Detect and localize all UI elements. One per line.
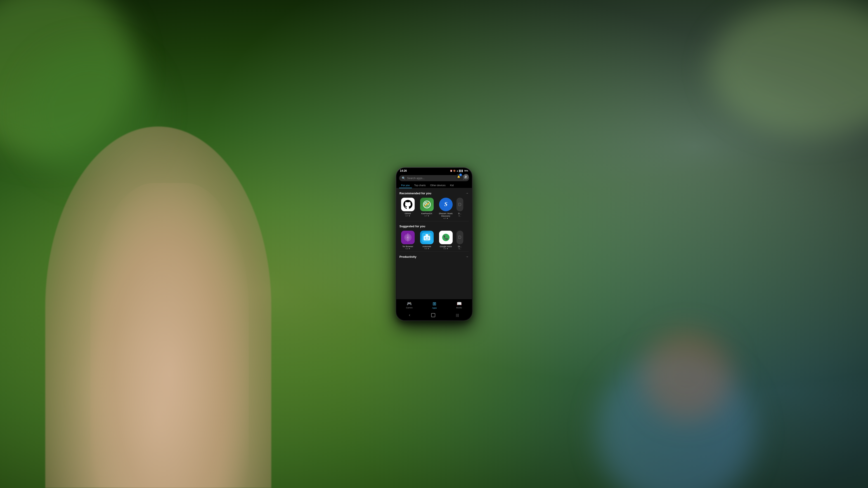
battery-level: 75% (464, 170, 468, 172)
app-item-partial-1[interactable]: D D... 4... (457, 198, 463, 219)
github-icon-wrap (401, 198, 415, 211)
mute-icon: 🔕 (453, 170, 456, 172)
recommended-app-row: GitHub 4.7 ★ (400, 198, 469, 219)
automate-rating: 4.5 ★ (424, 248, 429, 250)
github-icon (401, 198, 415, 211)
notification-badge: 1 (459, 173, 462, 176)
tab-other-devices[interactable]: Other devices (428, 183, 448, 188)
books-icon: 📖 (457, 301, 462, 306)
search-bar: 🔍 Search apps... 🎤 🔔 1 R (396, 173, 472, 183)
games-label: Games (406, 306, 413, 309)
automate-name: Automate (422, 246, 431, 248)
tabs-bar: For you Top charts Other devices Kid (396, 183, 472, 188)
gvoice-icon-wrap: 📞 (439, 231, 453, 244)
wifi-icon: ▲ (456, 170, 458, 172)
bottom-nav: 🎮 Games ⊞ Apps 📖 Books (396, 299, 472, 311)
partial-rating-2: 3... (459, 248, 461, 250)
back-button[interactable]: ‹ (404, 312, 415, 318)
tab-kid[interactable]: Kid (448, 183, 456, 188)
status-icons: ⏰ 🔕 ▲ ▌▌▌ 75% (450, 170, 468, 172)
gvoice-rating: 4.3 ★ (443, 248, 448, 250)
section-recommended: Recommended for you → (396, 188, 472, 221)
screen: 14:26 ⏰ 🔕 ▲ ▌▌▌ 75% 🔍 Search apps... 🎤 (396, 168, 472, 320)
search-icon: 🔍 (402, 176, 405, 180)
svg-point-21 (428, 237, 429, 238)
status-time: 14:26 (400, 169, 407, 172)
tor-rating: 4.3 ★ (405, 248, 410, 250)
shazam-icon: S (439, 198, 453, 211)
partial-name-1: D... (458, 213, 461, 215)
keepassdx-icon-wrap (420, 198, 434, 211)
bokeh-5 (642, 330, 732, 420)
svg-text:S: S (444, 201, 447, 207)
nav-games[interactable]: 🎮 Games (406, 301, 413, 309)
section-header-recommended: Recommended for you → (400, 191, 469, 195)
svg-rect-22 (425, 239, 429, 240)
app-item-gvoice[interactable]: 📞 Google Voice 4.3 ★ (437, 231, 454, 250)
nav-books[interactable]: 📖 Books (456, 301, 462, 309)
apps-icon: ⊞ (433, 301, 436, 306)
automate-icon-wrap (420, 231, 434, 244)
partial-icon-2: D (457, 231, 463, 244)
books-label: Books (456, 306, 462, 309)
partial-rating-1: 4... (459, 215, 461, 217)
section-title-recommended: Recommended for you (400, 192, 431, 195)
section-suggested: Suggested for you (396, 221, 472, 252)
app-item-automate[interactable]: Automate 4.5 ★ (418, 231, 435, 250)
app-item-keepassdx[interactable]: KeePassDX 4.7 ★ (418, 198, 435, 219)
section-header-suggested: Suggested for you (400, 225, 469, 228)
phone-outer: 14:26 ⏰ 🔕 ▲ ▌▌▌ 75% 🔍 Search apps... 🎤 (396, 167, 472, 321)
recents-button[interactable]: ||| (452, 313, 464, 318)
section-header-productivity: Productivity → (400, 255, 469, 258)
github-rating: 4.7 ★ (405, 215, 410, 217)
automate-icon (420, 231, 434, 244)
tor-icon (401, 231, 415, 244)
phone-wrapper: 14:26 ⏰ 🔕 ▲ ▌▌▌ 75% 🔍 Search apps... 🎤 (396, 167, 472, 321)
status-bar: 14:26 ⏰ 🔕 ▲ ▌▌▌ 75% (396, 168, 472, 173)
section-title-productivity: Productivity (400, 255, 416, 258)
tab-for-you[interactable]: For you (399, 183, 412, 188)
shazam-rating: 4.7 ★ (443, 217, 448, 219)
svg-text:📞: 📞 (443, 235, 448, 240)
system-nav: ‹ ||| (396, 311, 472, 320)
tor-icon-wrap (401, 231, 415, 244)
games-icon: 🎮 (407, 301, 412, 306)
tab-top-charts[interactable]: Top charts (412, 183, 428, 188)
tor-name: Tor Browser (402, 246, 413, 248)
phone-inner: 14:26 ⏰ 🔕 ▲ ▌▌▌ 75% 🔍 Search apps... 🎤 (396, 168, 472, 320)
svg-rect-3 (428, 204, 428, 205)
keepassdx-rating: 4.7 ★ (424, 215, 429, 217)
home-button[interactable] (431, 313, 435, 317)
search-placeholder[interactable]: Search apps... (407, 177, 461, 180)
hand-silhouette-2 (90, 183, 249, 488)
productivity-arrow-icon[interactable]: → (466, 255, 469, 258)
partial-name-2: Di... (458, 246, 462, 248)
notification-button[interactable]: 🔔 1 (456, 174, 462, 180)
svg-rect-16 (426, 234, 428, 236)
app-item-github[interactable]: GitHub 4.7 ★ (400, 198, 416, 219)
keepassdx-name: KeePassDX (421, 213, 432, 215)
gvoice-name: Google Voice (440, 246, 452, 248)
signal-icon: ▌▌▌ (459, 170, 463, 172)
shazam-icon-wrap: S (439, 198, 453, 211)
scroll-content[interactable]: Recommended for you → (396, 188, 472, 299)
app-item-partial-2[interactable]: D Di... 3... (457, 231, 463, 250)
shazam-name: Shazam: Music Discovery (437, 213, 454, 217)
suggested-app-row: Tor Browser 4.3 ★ (400, 231, 469, 250)
app-item-shazam[interactable]: S Shazam: Music Discovery 4.7 ★ (437, 198, 454, 219)
section-title-suggested: Suggested for you (400, 225, 425, 228)
mic-icon[interactable]: 🎤 (463, 176, 466, 180)
apps-label: Apps (432, 307, 437, 309)
app-item-tor[interactable]: Tor Browser 4.3 ★ (400, 231, 416, 250)
svg-point-20 (425, 237, 426, 238)
partial-icon-1: D (457, 198, 463, 211)
nav-apps[interactable]: ⊞ Apps (432, 301, 437, 309)
github-name: GitHub (404, 213, 411, 215)
recommended-arrow-icon[interactable]: → (466, 191, 469, 195)
alarm-icon: ⏰ (450, 170, 453, 172)
gvoice-icon: 📞 (439, 231, 453, 244)
section-productivity: Productivity → (396, 252, 472, 263)
keepassdx-icon (420, 198, 434, 211)
